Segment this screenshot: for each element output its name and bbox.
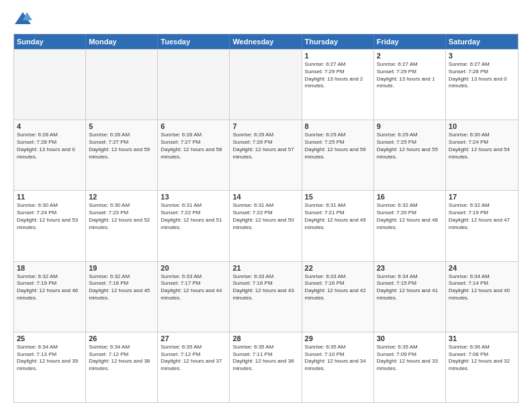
day-number: 3 (449, 52, 515, 60)
cell-info: Sunrise: 6:29 AMSunset: 7:26 PMDaylight:… (232, 132, 298, 161)
cell-info: Sunrise: 6:27 AMSunset: 7:29 PMDaylight:… (377, 61, 443, 90)
header (13, 11, 519, 27)
weekday-header: Monday (86, 34, 158, 49)
day-number: 10 (449, 122, 515, 130)
cell-info: Sunrise: 6:30 AMSunset: 7:24 PMDaylight:… (17, 202, 83, 231)
cell-info: Sunrise: 6:32 AMSunset: 7:18 PMDaylight:… (89, 273, 154, 302)
calendar-cell: 21Sunrise: 6:33 AMSunset: 7:16 PMDayligh… (230, 262, 302, 332)
cell-info: Sunrise: 6:34 AMSunset: 7:15 PMDaylight:… (377, 273, 443, 302)
calendar-cell: 11Sunrise: 6:30 AMSunset: 7:24 PMDayligh… (14, 191, 86, 261)
cell-info: Sunrise: 6:34 AMSunset: 7:14 PMDaylight:… (449, 273, 515, 302)
calendar-cell (158, 50, 230, 120)
cell-info: Sunrise: 6:33 AMSunset: 7:16 PMDaylight:… (305, 273, 371, 302)
weekday-header: Sunday (14, 34, 86, 49)
day-number: 30 (377, 334, 443, 342)
calendar: SundayMondayTuesdayWednesdayThursdayFrid… (13, 34, 519, 403)
day-number: 18 (17, 264, 83, 272)
day-number: 8 (305, 122, 371, 130)
calendar-cell: 25Sunrise: 6:34 AMSunset: 7:13 PMDayligh… (14, 332, 86, 402)
calendar-cell: 24Sunrise: 6:34 AMSunset: 7:14 PMDayligh… (446, 262, 518, 332)
weekday-header: Friday (374, 34, 446, 49)
cell-info: Sunrise: 6:33 AMSunset: 7:17 PMDaylight:… (161, 273, 226, 302)
calendar-cell: 12Sunrise: 6:30 AMSunset: 7:23 PMDayligh… (86, 191, 158, 261)
logo-icon (13, 11, 32, 27)
day-number: 21 (232, 264, 298, 272)
day-number: 15 (305, 193, 371, 201)
cell-info: Sunrise: 6:35 AMSunset: 7:09 PMDaylight:… (377, 344, 443, 373)
cell-info: Sunrise: 6:32 AMSunset: 7:20 PMDaylight:… (377, 202, 443, 231)
day-number: 25 (17, 334, 83, 342)
day-number: 11 (17, 193, 83, 201)
cell-info: Sunrise: 6:32 AMSunset: 7:19 PMDaylight:… (449, 202, 515, 231)
calendar-cell: 27Sunrise: 6:35 AMSunset: 7:12 PMDayligh… (158, 332, 230, 402)
cell-info: Sunrise: 6:32 AMSunset: 7:19 PMDaylight:… (17, 273, 83, 302)
calendar-cell: 18Sunrise: 6:32 AMSunset: 7:19 PMDayligh… (14, 262, 86, 332)
calendar-week: 1Sunrise: 6:27 AMSunset: 7:29 PMDaylight… (14, 49, 518, 120)
cell-info: Sunrise: 6:33 AMSunset: 7:16 PMDaylight:… (232, 273, 298, 302)
page: SundayMondayTuesdayWednesdayThursdayFrid… (0, 0, 532, 411)
calendar-cell: 16Sunrise: 6:32 AMSunset: 7:20 PMDayligh… (374, 191, 446, 261)
calendar-cell: 14Sunrise: 6:31 AMSunset: 7:22 PMDayligh… (230, 191, 302, 261)
cell-info: Sunrise: 6:29 AMSunset: 7:25 PMDaylight:… (305, 132, 371, 161)
cell-info: Sunrise: 6:30 AMSunset: 7:23 PMDaylight:… (89, 202, 154, 231)
day-number: 23 (377, 264, 443, 272)
calendar-cell: 13Sunrise: 6:31 AMSunset: 7:22 PMDayligh… (158, 191, 230, 261)
day-number: 28 (232, 334, 298, 342)
weekday-header: Wednesday (230, 34, 302, 49)
calendar-cell: 5Sunrise: 6:28 AMSunset: 7:27 PMDaylight… (86, 120, 158, 190)
calendar-cell: 31Sunrise: 6:36 AMSunset: 7:08 PMDayligh… (446, 332, 518, 402)
calendar-cell: 20Sunrise: 6:33 AMSunset: 7:17 PMDayligh… (158, 262, 230, 332)
calendar-cell: 29Sunrise: 6:35 AMSunset: 7:10 PMDayligh… (302, 332, 374, 402)
cell-info: Sunrise: 6:30 AMSunset: 7:24 PMDaylight:… (449, 132, 515, 161)
day-number: 12 (89, 193, 154, 201)
calendar-cell: 3Sunrise: 6:27 AMSunset: 7:28 PMDaylight… (446, 50, 518, 120)
day-number: 6 (161, 122, 226, 130)
day-number: 9 (377, 122, 443, 130)
day-number: 4 (17, 122, 83, 130)
day-number: 31 (449, 334, 515, 342)
calendar-week: 4Sunrise: 6:28 AMSunset: 7:28 PMDaylight… (14, 120, 518, 190)
calendar-cell (86, 50, 158, 120)
calendar-cell: 17Sunrise: 6:32 AMSunset: 7:19 PMDayligh… (446, 191, 518, 261)
day-number: 7 (232, 122, 298, 130)
cell-info: Sunrise: 6:28 AMSunset: 7:28 PMDaylight:… (17, 132, 83, 161)
day-number: 24 (449, 264, 515, 272)
day-number: 22 (305, 264, 371, 272)
calendar-cell: 6Sunrise: 6:28 AMSunset: 7:27 PMDaylight… (158, 120, 230, 190)
cell-info: Sunrise: 6:34 AMSunset: 7:13 PMDaylight:… (17, 344, 83, 373)
logo (13, 11, 35, 27)
day-number: 1 (305, 52, 371, 60)
day-number: 27 (161, 334, 226, 342)
cell-info: Sunrise: 6:28 AMSunset: 7:27 PMDaylight:… (89, 132, 154, 161)
cell-info: Sunrise: 6:27 AMSunset: 7:29 PMDaylight:… (305, 61, 371, 90)
calendar-cell: 9Sunrise: 6:29 AMSunset: 7:25 PMDaylight… (374, 120, 446, 190)
calendar-cell: 15Sunrise: 6:31 AMSunset: 7:21 PMDayligh… (302, 191, 374, 261)
calendar-cell (14, 50, 86, 120)
calendar-cell: 7Sunrise: 6:29 AMSunset: 7:26 PMDaylight… (230, 120, 302, 190)
cell-info: Sunrise: 6:34 AMSunset: 7:12 PMDaylight:… (89, 344, 154, 373)
cell-info: Sunrise: 6:35 AMSunset: 7:11 PMDaylight:… (232, 344, 298, 373)
calendar-cell: 23Sunrise: 6:34 AMSunset: 7:15 PMDayligh… (374, 262, 446, 332)
calendar-week: 18Sunrise: 6:32 AMSunset: 7:19 PMDayligh… (14, 261, 518, 332)
cell-info: Sunrise: 6:31 AMSunset: 7:21 PMDaylight:… (305, 202, 371, 231)
day-number: 13 (161, 193, 226, 201)
calendar-cell: 22Sunrise: 6:33 AMSunset: 7:16 PMDayligh… (302, 262, 374, 332)
cell-info: Sunrise: 6:35 AMSunset: 7:12 PMDaylight:… (161, 344, 226, 373)
day-number: 20 (161, 264, 226, 272)
calendar-cell: 10Sunrise: 6:30 AMSunset: 7:24 PMDayligh… (446, 120, 518, 190)
calendar-week: 25Sunrise: 6:34 AMSunset: 7:13 PMDayligh… (14, 332, 518, 402)
cell-info: Sunrise: 6:31 AMSunset: 7:22 PMDaylight:… (161, 202, 226, 231)
calendar-cell: 8Sunrise: 6:29 AMSunset: 7:25 PMDaylight… (302, 120, 374, 190)
weekday-header: Saturday (446, 34, 518, 49)
calendar-body: 1Sunrise: 6:27 AMSunset: 7:29 PMDaylight… (14, 49, 518, 402)
cell-info: Sunrise: 6:29 AMSunset: 7:25 PMDaylight:… (377, 132, 443, 161)
weekday-header: Tuesday (158, 34, 230, 49)
day-number: 2 (377, 52, 443, 60)
cell-info: Sunrise: 6:35 AMSunset: 7:10 PMDaylight:… (305, 344, 371, 373)
calendar-week: 11Sunrise: 6:30 AMSunset: 7:24 PMDayligh… (14, 190, 518, 261)
day-number: 29 (305, 334, 371, 342)
calendar-cell: 2Sunrise: 6:27 AMSunset: 7:29 PMDaylight… (374, 50, 446, 120)
calendar-cell: 4Sunrise: 6:28 AMSunset: 7:28 PMDaylight… (14, 120, 86, 190)
calendar-cell: 30Sunrise: 6:35 AMSunset: 7:09 PMDayligh… (374, 332, 446, 402)
calendar-cell (230, 50, 302, 120)
